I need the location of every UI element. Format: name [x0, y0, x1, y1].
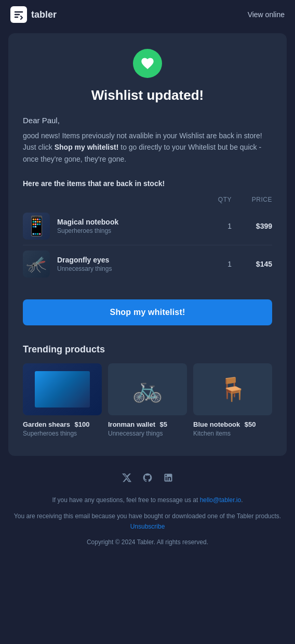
footer-contact-text: If you have any questions, feel free to …: [52, 496, 199, 504]
trending-item-3: 🪑 Blue notebook $50 Kitchen items: [193, 363, 272, 437]
footer-receiving-text: You are receiving this email because you…: [14, 512, 281, 520]
product-thumb-1: 📱: [23, 213, 50, 240]
product-qty-2: 1: [216, 260, 232, 268]
trending-thumb-2: 🚲: [108, 363, 187, 415]
product-info-2: Dragonfly eyes Unnecessary things: [57, 256, 216, 272]
product-list: 📱 Magical notebook Superheroes things 1 …: [23, 207, 272, 283]
trending-thumb-3: 🪑: [193, 363, 272, 415]
logo-area: tabler: [10, 6, 57, 23]
phone-image: 📱: [23, 213, 50, 240]
product-price-1: $399: [246, 222, 272, 230]
dragonfly-image: 🦟: [23, 251, 50, 278]
chair-image: 🪑: [193, 363, 272, 415]
trending-item-sub-3: Kitchen items: [193, 430, 272, 437]
social-icons: [122, 472, 173, 485]
view-online-link[interactable]: View online: [248, 10, 285, 19]
trending-item-name-3: Blue notebook: [193, 420, 240, 428]
trending-item-price-3: $50: [245, 420, 256, 428]
shop-whitelist-button[interactable]: Shop my whitelist!: [23, 299, 272, 325]
qty-header: QTY: [216, 196, 232, 203]
trending-thumb-1: [23, 363, 102, 415]
unsubscribe-link[interactable]: Unsubscribe: [130, 523, 165, 530]
trending-item-sub-2: Unnecessary things: [108, 430, 187, 437]
top-bar: tabler View online: [0, 0, 295, 29]
product-sub-2: Unnecessary things: [57, 265, 216, 272]
trending-item-name-1: Garden shears: [23, 420, 70, 428]
footer-copyright: Copyright © 2024 Tabler. All rights rese…: [87, 537, 208, 547]
github-icon[interactable]: [142, 472, 153, 485]
trending-item-price-2: $5: [159, 420, 167, 428]
footer-contact: If you have any questions, feel free to …: [52, 495, 243, 505]
trending-title: Trending products: [23, 344, 272, 355]
heart-icon-wrap: [23, 49, 272, 78]
trending-grid: Garden shears $100 Superheroes things 🚲 …: [23, 363, 272, 437]
twitter-icon[interactable]: [122, 472, 132, 485]
linkedin-icon[interactable]: [163, 472, 173, 485]
bike-image: 🚲: [108, 363, 187, 415]
table-row: 📱 Magical notebook Superheroes things 1 …: [23, 207, 272, 245]
product-price-2: $145: [246, 260, 272, 268]
wishlist-title: Wishlist updated!: [23, 87, 272, 103]
greeting: Dear Paul,: [23, 116, 272, 125]
product-name-2: Dragonfly eyes: [57, 256, 216, 264]
table-row: 🦟 Dragonfly eyes Unnecessary things 1 $1…: [23, 245, 272, 283]
tv-image: [23, 363, 102, 415]
footer-email-link[interactable]: hello@tabler.io: [200, 496, 242, 504]
trending-section: Trending products Garden shears $100 Sup…: [23, 344, 272, 437]
product-info-1: Magical notebook Superheroes things: [57, 218, 216, 234]
footer: If you have any questions, feel free to …: [0, 460, 295, 558]
trending-item-2: 🚲 Ironman wallet $5 Unnecessary things: [108, 363, 187, 437]
email-card: Wishlist updated! Dear Paul, good news! …: [8, 33, 287, 456]
product-sub-1: Superheroes things: [57, 227, 216, 234]
product-qty-1: 1: [216, 222, 232, 230]
trending-item-sub-1: Superheroes things: [23, 430, 102, 437]
product-name-1: Magical notebook: [57, 218, 216, 226]
price-header: PRICE: [246, 196, 272, 203]
logo-text: tabler: [31, 9, 57, 20]
heart-circle: [133, 49, 162, 78]
footer-receiving: You are receiving this email because you…: [10, 511, 285, 532]
body-text: good news! Items previously not avalible…: [23, 130, 272, 165]
product-thumb-2: 🦟: [23, 251, 50, 278]
table-header: QTY PRICE: [23, 194, 272, 205]
logo-icon: [10, 6, 27, 23]
shop-btn-wrap: Shop my whitelist!: [23, 299, 272, 325]
body-link: Shop my whitelist!: [55, 143, 119, 151]
trending-item-price-1: $100: [75, 420, 90, 428]
trending-item-name-2: Ironman wallet: [108, 420, 155, 428]
stock-heading: Here are the items that are back in stoc…: [23, 179, 272, 188]
trending-item-1: Garden shears $100 Superheroes things: [23, 363, 102, 437]
